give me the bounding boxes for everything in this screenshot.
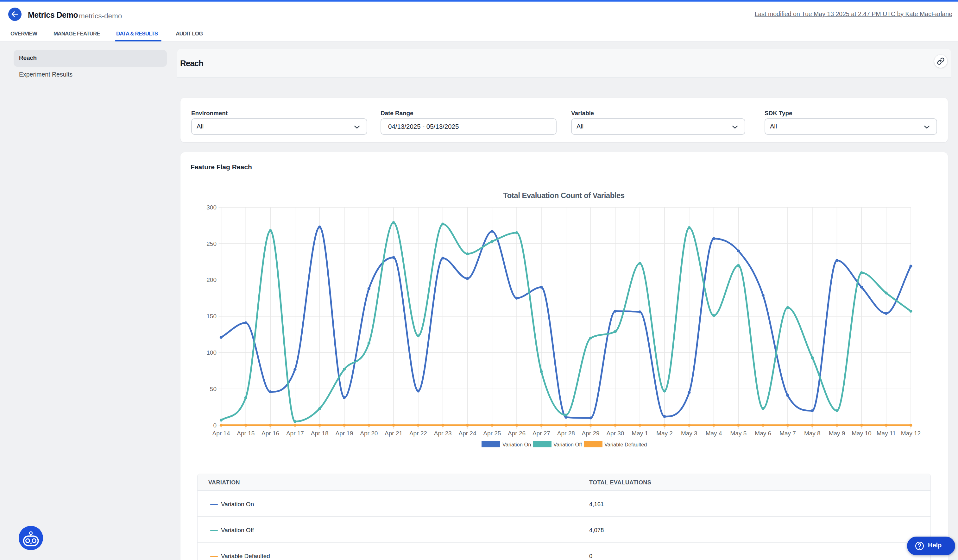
- svg-text:Apr 16: Apr 16: [262, 430, 279, 437]
- svg-text:Apr 17: Apr 17: [286, 430, 304, 437]
- svg-text:Apr 24: Apr 24: [459, 430, 476, 437]
- svg-text:0: 0: [213, 422, 217, 429]
- svg-text:Apr 15: Apr 15: [237, 430, 255, 437]
- svg-text:Total Evaluation Count of Vari: Total Evaluation Count of Variables: [503, 191, 625, 199]
- svg-text:Apr 22: Apr 22: [409, 430, 427, 437]
- svg-text:100: 100: [206, 349, 217, 356]
- svg-text:May 2: May 2: [656, 430, 673, 437]
- svg-text:Apr 23: Apr 23: [434, 430, 452, 437]
- svg-text:300: 300: [206, 204, 217, 211]
- svg-text:May 1: May 1: [631, 430, 648, 437]
- svg-text:May 8: May 8: [804, 430, 821, 437]
- svg-text:May 7: May 7: [779, 430, 796, 437]
- svg-text:150: 150: [206, 313, 217, 320]
- svg-text:May 5: May 5: [730, 430, 747, 437]
- svg-text:Variation On: Variation On: [503, 442, 531, 448]
- svg-text:50: 50: [210, 386, 217, 392]
- svg-text:Apr 28: Apr 28: [557, 430, 575, 437]
- svg-text:Apr 20: Apr 20: [360, 430, 378, 437]
- svg-text:Apr 19: Apr 19: [336, 430, 353, 437]
- svg-text:Apr 30: Apr 30: [606, 430, 624, 437]
- svg-text:May 9: May 9: [829, 430, 845, 437]
- svg-text:200: 200: [206, 277, 217, 283]
- svg-text:Apr 18: Apr 18: [311, 430, 328, 437]
- svg-text:Apr 25: Apr 25: [483, 430, 501, 437]
- svg-text:May 11: May 11: [877, 430, 896, 437]
- svg-text:Apr 29: Apr 29: [582, 430, 600, 437]
- svg-text:250: 250: [206, 240, 217, 247]
- svg-text:Apr 26: Apr 26: [508, 430, 525, 437]
- svg-text:May 6: May 6: [755, 430, 771, 437]
- svg-text:Apr 27: Apr 27: [533, 430, 550, 437]
- svg-text:Variable Defaulted: Variable Defaulted: [604, 442, 647, 448]
- svg-text:May 10: May 10: [852, 430, 871, 437]
- svg-text:May 12: May 12: [901, 430, 921, 437]
- svg-text:May 3: May 3: [681, 430, 698, 437]
- svg-text:Apr 14: Apr 14: [213, 430, 230, 437]
- svg-text:May 4: May 4: [706, 430, 722, 437]
- svg-text:Variation Off: Variation Off: [554, 442, 582, 448]
- svg-text:Apr 21: Apr 21: [385, 430, 402, 437]
